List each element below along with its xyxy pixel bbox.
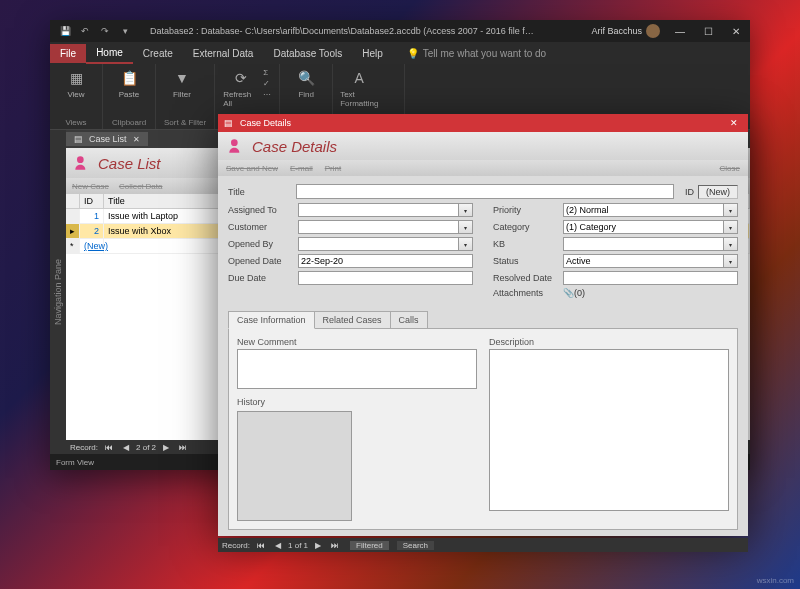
user-account[interactable]: Arif Bacchus bbox=[585, 24, 666, 38]
left-column: Assigned To▾ Customer▾ Opened By▾ Opened… bbox=[228, 203, 473, 301]
resolved-date-input[interactable] bbox=[563, 271, 738, 285]
chevron-down-icon[interactable]: ▾ bbox=[724, 220, 738, 234]
access-icon: ▤ bbox=[224, 118, 236, 128]
chevron-down-icon[interactable]: ▾ bbox=[724, 237, 738, 251]
case-details-icon bbox=[226, 136, 246, 156]
assigned-to-combo[interactable]: ▾ bbox=[298, 203, 473, 217]
opened-date-input[interactable] bbox=[298, 254, 473, 268]
prev-record-button[interactable]: ◀ bbox=[272, 541, 284, 550]
tab-case-information[interactable]: Case Information bbox=[228, 311, 315, 329]
paste-icon: 📋 bbox=[119, 68, 139, 88]
maximize-button[interactable]: ☐ bbox=[694, 20, 722, 42]
titlebar: 💾 ↶ ↷ ▾ Database2 : Database- C:\Users\a… bbox=[50, 20, 750, 42]
paste-button[interactable]: 📋Paste bbox=[111, 68, 147, 99]
find-button[interactable]: 🔍Find bbox=[288, 68, 324, 99]
undo-icon[interactable]: ↶ bbox=[78, 24, 92, 38]
filter-button[interactable]: ▼Filter bbox=[164, 68, 200, 99]
navigation-pane-collapsed[interactable]: Navigation Pane bbox=[50, 130, 66, 454]
print-link[interactable]: Print bbox=[325, 164, 341, 173]
tab-external-data[interactable]: External Data bbox=[183, 44, 264, 63]
close-button[interactable]: ✕ bbox=[722, 20, 750, 42]
minimize-button[interactable]: — bbox=[666, 20, 694, 42]
description-label: Description bbox=[489, 337, 729, 347]
refresh-icon: ⟳ bbox=[231, 68, 251, 88]
spelling-icon[interactable]: ✓ bbox=[263, 79, 271, 88]
customer-combo[interactable]: ▾ bbox=[298, 220, 473, 234]
tab-database-tools[interactable]: Database Tools bbox=[263, 44, 352, 63]
tab-home[interactable]: Home bbox=[86, 43, 133, 64]
filtered-indicator[interactable]: Filtered bbox=[350, 541, 389, 550]
status-combo[interactable]: ▾ bbox=[563, 254, 738, 268]
chevron-down-icon[interactable]: ▾ bbox=[459, 203, 473, 217]
chevron-down-icon[interactable]: ▾ bbox=[459, 237, 473, 251]
ribbon-group-clipboard: 📋Paste Clipboard bbox=[103, 64, 156, 129]
dialog-toolbar: Save and New E-mail Print Close bbox=[218, 160, 748, 176]
case-tabs: Case Information Related Cases Calls New… bbox=[228, 311, 738, 530]
record-position: 2 of 2 bbox=[136, 443, 156, 452]
prev-record-button[interactable]: ◀ bbox=[120, 443, 132, 452]
due-date-input[interactable] bbox=[298, 271, 473, 285]
tab-file[interactable]: File bbox=[50, 44, 86, 63]
new-case-link[interactable]: New Case bbox=[72, 182, 109, 191]
find-icon: 🔍 bbox=[296, 68, 316, 88]
description-input[interactable] bbox=[489, 349, 729, 511]
title-label: Title bbox=[228, 187, 292, 197]
email-link[interactable]: E-mail bbox=[290, 164, 313, 173]
history-box[interactable] bbox=[237, 411, 352, 521]
dialog-record-navigator: Record: ⏮ ◀ 1 of 1 ▶ ⏭ Filtered Search bbox=[218, 538, 748, 552]
first-record-button[interactable]: ⏮ bbox=[254, 541, 268, 550]
tab-pane: New Comment History Description bbox=[228, 328, 738, 530]
chevron-down-icon[interactable]: ▾ bbox=[724, 254, 738, 268]
dialog-header: Case Details bbox=[218, 132, 748, 160]
view-button[interactable]: ▦View bbox=[58, 68, 94, 99]
collect-data-link[interactable]: Collect Data bbox=[119, 182, 163, 191]
watermark: wsxin.com bbox=[757, 576, 794, 585]
priority-combo[interactable]: ▾ bbox=[563, 203, 738, 217]
last-record-button[interactable]: ⏭ bbox=[328, 541, 342, 550]
search-box[interactable]: Search bbox=[397, 541, 434, 550]
tab-help[interactable]: Help bbox=[352, 44, 393, 63]
tell-me-search[interactable]: 💡 Tell me what you want to do bbox=[393, 48, 546, 59]
svg-point-1 bbox=[231, 139, 238, 146]
chevron-down-icon[interactable]: ▾ bbox=[459, 220, 473, 234]
dialog-body: Title ID (New) Assigned To▾ Customer▾ Op… bbox=[218, 176, 748, 538]
redo-icon[interactable]: ↷ bbox=[98, 24, 112, 38]
first-record-button[interactable]: ⏮ bbox=[102, 443, 116, 452]
qat-more-icon[interactable]: ▾ bbox=[118, 24, 132, 38]
next-record-button[interactable]: ▶ bbox=[312, 541, 324, 550]
refresh-button[interactable]: ⟳Refresh All bbox=[223, 68, 259, 108]
paperclip-icon: 📎 bbox=[563, 288, 574, 298]
dialog-titlebar[interactable]: ▤ Case Details ✕ bbox=[218, 114, 748, 132]
opened-by-combo[interactable]: ▾ bbox=[298, 237, 473, 251]
history-label: History bbox=[237, 397, 477, 407]
record-position: 1 of 1 bbox=[288, 541, 308, 550]
ribbon-group-views: ▦View Views bbox=[50, 64, 103, 129]
col-id[interactable]: ID bbox=[80, 194, 104, 208]
category-combo[interactable]: ▾ bbox=[563, 220, 738, 234]
case-list-title: Case List bbox=[98, 155, 161, 172]
title-input[interactable] bbox=[296, 184, 674, 199]
tab-create[interactable]: Create bbox=[133, 44, 183, 63]
tab-related-cases[interactable]: Related Cases bbox=[314, 311, 391, 329]
close-tab-icon[interactable]: ✕ bbox=[133, 135, 140, 144]
tab-case-list[interactable]: ▤ Case List ✕ bbox=[66, 132, 148, 146]
case-list-icon bbox=[72, 153, 92, 173]
tab-calls[interactable]: Calls bbox=[390, 311, 428, 329]
new-comment-input[interactable] bbox=[237, 349, 477, 389]
kb-combo[interactable]: ▾ bbox=[563, 237, 738, 251]
dialog-close-button[interactable]: ✕ bbox=[726, 118, 742, 128]
close-link[interactable]: Close bbox=[720, 164, 740, 173]
save-icon[interactable]: 💾 bbox=[58, 24, 72, 38]
text-formatting-button[interactable]: AText Formatting bbox=[341, 68, 377, 108]
more-icon[interactable]: ⋯ bbox=[263, 90, 271, 99]
ribbon-group-sort: ▼Filter Sort & Filter bbox=[156, 64, 215, 129]
totals-icon[interactable]: Σ bbox=[263, 68, 271, 77]
attachments-value[interactable]: 📎(0) bbox=[563, 288, 585, 298]
chevron-down-icon[interactable]: ▾ bbox=[724, 203, 738, 217]
last-record-button[interactable]: ⏭ bbox=[176, 443, 190, 452]
save-and-new-link[interactable]: Save and New bbox=[226, 164, 278, 173]
right-column: Priority▾ Category▾ KB▾ Status▾ Resolved… bbox=[493, 203, 738, 301]
next-record-button[interactable]: ▶ bbox=[160, 443, 172, 452]
id-value: (New) bbox=[698, 185, 738, 199]
dialog-title: Case Details bbox=[252, 138, 337, 155]
